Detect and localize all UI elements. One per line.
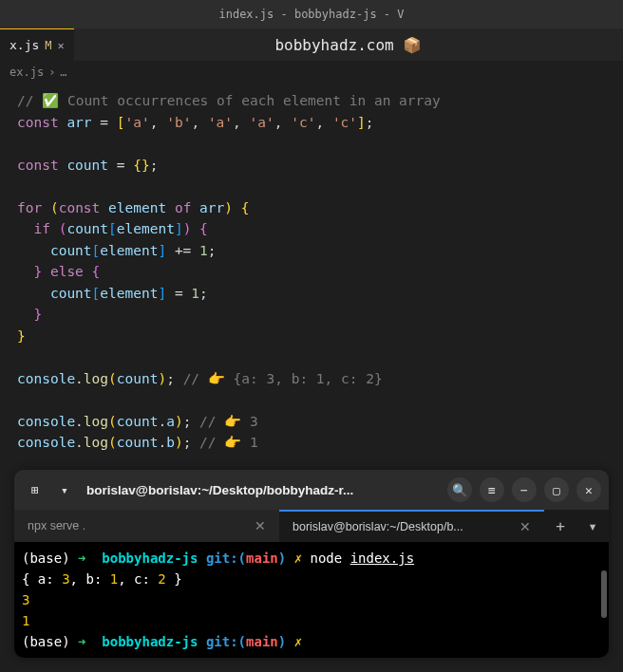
close-icon[interactable]: ✕: [58, 39, 65, 52]
close-icon[interactable]: ✕: [576, 477, 601, 502]
terminal-tab-dropdown[interactable]: ▾: [576, 510, 609, 542]
code-editor[interactable]: // ✅ Count occurrences of each element i…: [0, 83, 623, 461]
search-icon[interactable]: 🔍: [447, 477, 472, 502]
maximize-icon[interactable]: ▢: [544, 477, 569, 502]
minimize-icon[interactable]: −: [512, 477, 537, 502]
breadcrumb-more: …: [60, 65, 66, 79]
menu-icon[interactable]: ≡: [480, 477, 504, 502]
window-titlebar: index.js - bobbyhadz-js - V: [0, 0, 623, 28]
close-icon[interactable]: ✕: [519, 519, 531, 534]
new-tab-button[interactable]: ⊞: [22, 476, 48, 503]
window-title: index.js - bobbyhadz-js - V: [218, 8, 404, 21]
new-tab-dropdown[interactable]: ▾: [56, 476, 73, 503]
breadcrumb-sep: ›: [48, 65, 55, 79]
tab-filename: x.js: [9, 38, 39, 52]
site-banner: bobbyhadz.com 📦: [74, 36, 623, 54]
close-icon[interactable]: ✕: [255, 518, 266, 533]
editor-tabbar: x.js M ✕ bobbyhadz.com 📦: [0, 28, 623, 62]
terminal-content[interactable]: (base) ➜ bobbyhadz-js git:(main) ✗ node …: [14, 542, 609, 658]
terminal-title: borislav@borislav:~/Desktop/bobbyhadz-r.…: [81, 483, 440, 497]
terminal-tab-shell[interactable]: borislav@borislav:~/Desktop/b... ✕: [279, 510, 544, 542]
terminal-scrollbar[interactable]: [601, 570, 607, 618]
breadcrumb[interactable]: ex.js › …: [0, 62, 623, 83]
terminal-titlebar[interactable]: ⊞ ▾ borislav@borislav:~/Desktop/bobbyhad…: [14, 470, 609, 510]
terminal-window: ⊞ ▾ borislav@borislav:~/Desktop/bobbyhad…: [14, 470, 609, 658]
tab-modified-indicator: M: [45, 39, 51, 52]
terminal-tabbar: npx serve . ✕ borislav@borislav:~/Deskto…: [14, 510, 609, 542]
breadcrumb-file: ex.js: [9, 65, 44, 79]
terminal-new-tab[interactable]: +: [544, 510, 576, 542]
terminal-tab-serve[interactable]: npx serve . ✕: [14, 510, 279, 542]
editor-tab-index-js[interactable]: x.js M ✕: [0, 28, 74, 62]
